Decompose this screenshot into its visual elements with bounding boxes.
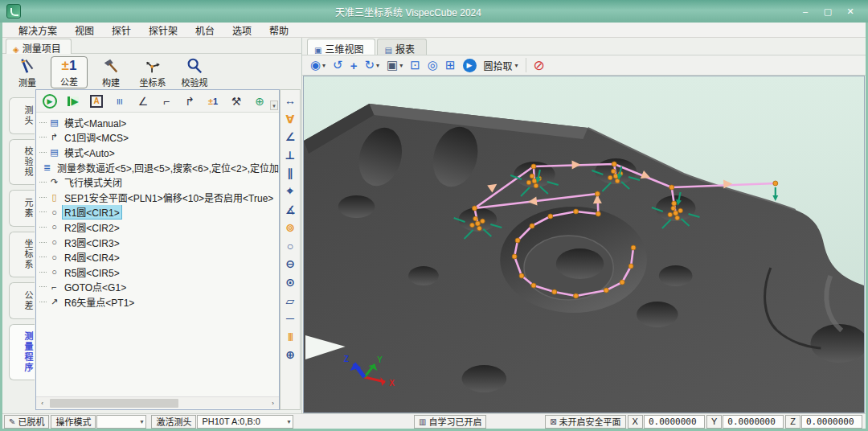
menu-bar: 解决方案 视图 探针 探针架 机台 选项 帮助 (2, 23, 866, 38)
circle-pick-dropdown[interactable]: 圆拾取▾ (484, 59, 518, 72)
straightness-icon[interactable]: ─ (282, 310, 298, 326)
menu-options[interactable]: 选项 (224, 22, 260, 39)
tab-gauge[interactable]: 校验规 (9, 139, 35, 185)
3d-viewport[interactable]: X Y Z (303, 76, 865, 413)
true-position-icon[interactable]: ⊕ (282, 347, 298, 363)
scroll-right-arrow[interactable]: › (267, 397, 279, 409)
flatness-icon[interactable]: ▱ (282, 293, 298, 309)
zoom-fit-button[interactable]: ⊡ (410, 58, 420, 72)
menu-probe-rack[interactable]: 探针架 (141, 22, 186, 39)
position-icon[interactable]: ⌖ (282, 183, 298, 199)
x-label-text: X (633, 417, 638, 426)
tab-report[interactable]: ▤报表 (377, 39, 426, 55)
distance-icon[interactable]: ↔ (282, 92, 298, 109)
parameters-button[interactable]: ≡ (111, 92, 129, 110)
tree-item-safety-plane[interactable]: ▯SEP1安全平面<PLN1>偏移<10>是否启用<True> (39, 190, 279, 205)
tree-item-recall-mcs[interactable]: ↱C1回调<MCS> (39, 130, 279, 146)
tolerance-tool-button[interactable]: ±1 (204, 92, 222, 110)
tab-measurement-items[interactable]: ◈测量项目 (6, 39, 72, 54)
tree-item-circle-r1[interactable]: ○R1圆<CIR1> (39, 205, 279, 220)
tolerance-button[interactable]: ±1 公差 (51, 56, 88, 88)
angularity-icon[interactable]: ∡ (282, 202, 298, 218)
menu-view[interactable]: 视图 (67, 22, 102, 39)
tree-item-circle-r2[interactable]: ○R2圆<CIR2> (39, 220, 279, 235)
visibility-button[interactable]: ◉▾ (310, 58, 326, 72)
roundness-icon[interactable]: ○ (282, 238, 298, 254)
main-toolbar: 测量 ±1 公差 构建 坐标系 校 (4, 55, 301, 90)
active-probe-dropdown[interactable]: PH10T A:0,B:0 ▾ (197, 415, 293, 429)
run-toolbar: ▶ ▶ A ≡ ∠ ⌐ ↱ ±1 ⚒ ⊕ ▾ (36, 90, 279, 113)
view-panel: ▣三维视图 ▤报表 ◉▾ ↺ + ↻▾ ▣▾ ⊡ ◎ ⊞ ▶ 圆拾取▾ ⊘ (302, 38, 866, 413)
pan-button[interactable]: + (350, 59, 358, 72)
menu-machine[interactable]: 机台 (187, 22, 223, 39)
view-cube-button[interactable]: ▣▾ (387, 58, 403, 72)
parallelism-icon[interactable]: ∥ (282, 165, 298, 181)
scrollbar-thumb[interactable] (50, 399, 178, 408)
orbit-button[interactable]: ↺ (333, 58, 343, 72)
toolbar-overflow-button[interactable]: ▾ (270, 101, 278, 110)
profile-icon[interactable]: ⊚ (282, 220, 298, 236)
tree-item-mode-auto[interactable]: ▤模式<Auto> (39, 145, 279, 160)
tree-item-label: R2圆<CIR2> (63, 220, 121, 234)
probe-stop-button[interactable]: ⊘ (534, 57, 545, 74)
tab-tolerance[interactable]: 公差 (9, 282, 35, 319)
tab-probe[interactable]: 测头 (9, 97, 35, 134)
maximize-button[interactable]: ▢ (818, 4, 837, 18)
runout-icon[interactable]: ⊙ (282, 274, 298, 290)
tree-item-circle-r4[interactable]: ○R4圆<CIR4> (39, 249, 279, 265)
close-button[interactable]: ✕ (841, 4, 860, 18)
angle-icon[interactable]: ∠ (282, 129, 298, 145)
goto-button[interactable]: ⌐ (158, 92, 175, 110)
symmetry-icon[interactable]: ||| (282, 329, 298, 345)
view-cube-icon: ▣ (387, 58, 398, 72)
step-run-button[interactable]: ▶ (64, 92, 82, 110)
active-probe-label: 激活测头 (151, 415, 196, 429)
tree-item-fly-mode[interactable]: ↷飞行模式关闭 (39, 174, 279, 190)
play-measure-button[interactable]: ▶ (463, 59, 477, 72)
measure-tool-button[interactable]: ∠ (134, 92, 152, 110)
coordinate-system-button[interactable]: 坐标系 (134, 56, 171, 88)
tree-horizontal-scrollbar[interactable]: ‹ › (36, 396, 279, 408)
locate-button[interactable]: ◎ (428, 58, 438, 72)
capture-view-button[interactable]: ⊞ (445, 58, 456, 72)
title-bar: 天准三坐标系统 VispecCube 2024 – ▢ ✕ (0, 0, 868, 23)
measurement-items-icon: ◈ (13, 45, 19, 54)
axis-small-icon: ↱ (185, 95, 194, 108)
operation-mode-dropdown[interactable]: ▾ (96, 415, 146, 429)
tree-item-circle-r3[interactable]: ○R3圆<CIR3> (39, 235, 279, 250)
tree-item-mode-manual[interactable]: ▤模式<Manual> (39, 115, 279, 130)
menu-solution[interactable]: 解决方案 (10, 22, 65, 39)
sliders-icon: ≡ (113, 97, 126, 104)
menu-help[interactable]: 帮助 (261, 22, 297, 39)
angle-between-icon[interactable]: ∀ (282, 111, 298, 127)
perpendicularity-icon[interactable]: ⊥ (282, 147, 298, 163)
run-button[interactable]: ▶ (41, 92, 59, 110)
coordsys-tool-button[interactable]: ↱ (181, 92, 199, 110)
tree-item-circle-r5[interactable]: ○R5圆<CIR5> (39, 265, 279, 280)
construct-button[interactable]: 构建 (92, 56, 129, 88)
program-report-button[interactable]: A (88, 92, 105, 110)
scroll-left-arrow[interactable]: ‹ (36, 397, 48, 409)
y-label-text: Y (711, 417, 717, 426)
rotate-button[interactable]: ↻▾ (364, 58, 379, 72)
tab-elements[interactable]: 元素 (9, 190, 35, 227)
tab-measure-program[interactable]: 测量程序 (9, 324, 35, 380)
menu-probe[interactable]: 探针 (104, 22, 139, 39)
tree-item-measure-params[interactable]: ≣测量参数逼近<5>,回退<5>,搜索<6>,定位<2>,定位加<2>,测量 (39, 160, 279, 175)
location-pin-icon: ◎ (428, 58, 438, 72)
gauge-check-button[interactable]: 校验规 (176, 56, 213, 88)
measure-button[interactable]: 测量 (9, 56, 46, 88)
probe-path-button[interactable]: ⊕ (251, 92, 268, 110)
construct-tool-button[interactable]: ⚒ (227, 92, 245, 110)
minimize-button[interactable]: – (796, 4, 815, 18)
cylindricity-icon[interactable]: ⊖ (282, 256, 298, 272)
tree-item-vector-point[interactable]: ↗R6矢量点<PT1> (39, 294, 279, 310)
circle-icon: ○ (48, 237, 60, 247)
tree-item-goto-point[interactable]: ⌐GOTO点<G1> (39, 280, 279, 295)
tree-item-label: SEP1安全平面<PLN1>偏移<10>是否启用<True> (63, 191, 275, 204)
compass-icon: ⊕ (255, 95, 264, 108)
tab-coordinate-systems[interactable]: 坐标系 (9, 232, 35, 277)
coordinate-readout: ⊠ 未开启安全平面 X 0.0000000 Y 0.0000000 Z 0.00… (543, 415, 862, 429)
tab-3d-view-label: 三维视图 (325, 44, 363, 55)
tab-3d-view[interactable]: ▣三维视图 (307, 39, 375, 55)
